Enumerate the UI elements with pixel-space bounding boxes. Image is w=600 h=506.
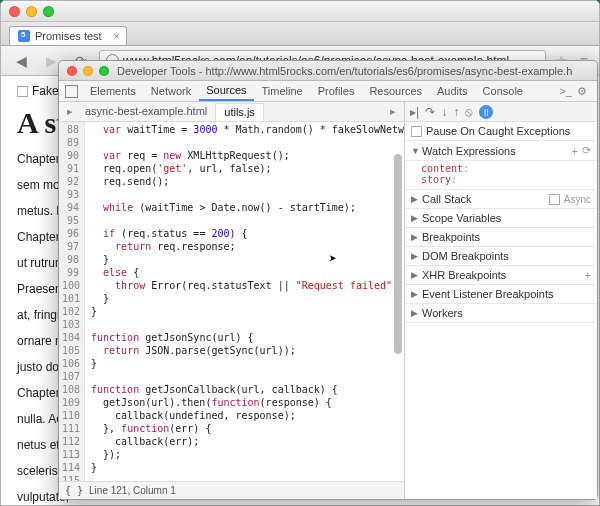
disclosure-triangle-icon[interactable]: ▶ <box>411 194 420 204</box>
watch-item[interactable]: story: <box>421 174 591 185</box>
code-text[interactable]: var waitTime = 3000 * Math.random() * fa… <box>85 122 404 481</box>
disclosure-triangle-icon[interactable]: ▶ <box>411 270 420 280</box>
watch-item[interactable]: content: <box>421 163 591 174</box>
section-label: Call Stack <box>422 193 549 205</box>
pretty-print-icon[interactable]: { } <box>65 485 83 496</box>
minimize-window-icon[interactable] <box>26 6 37 17</box>
tab-title: Promises test <box>35 30 102 42</box>
panel-tab-resources[interactable]: Resources <box>362 82 429 100</box>
panel-tab-elements[interactable]: Elements <box>83 82 143 100</box>
devtools-titlebar[interactable]: Developer Tools - http://www.html5rocks.… <box>59 61 597 81</box>
add-icon[interactable]: + <box>585 269 591 281</box>
step-into-icon[interactable]: ↓ <box>441 105 447 119</box>
browser-tab-strip: Promises test × <box>1 22 599 46</box>
panel-tab-timeline[interactable]: Timeline <box>255 82 310 100</box>
disclosure-triangle-icon[interactable]: ▶ <box>411 232 420 242</box>
section-label: Event Listener Breakpoints <box>422 288 591 300</box>
async-label: Async <box>564 194 591 205</box>
disclosure-triangle-icon[interactable]: ▼ <box>411 146 420 156</box>
watch-expressions-header[interactable]: ▼ Watch Expressions + ⟳ <box>405 141 597 161</box>
tab-close-icon[interactable]: × <box>113 30 119 42</box>
pause-resume-icon[interactable]: ▸| <box>410 105 419 119</box>
step-over-icon[interactable]: ↷ <box>425 105 435 119</box>
section-label: XHR Breakpoints <box>422 269 581 281</box>
file-tab[interactable]: utils.js <box>215 103 264 121</box>
inspect-icon[interactable] <box>65 85 78 98</box>
browser-titlebar[interactable] <box>1 1 599 22</box>
code-editor[interactable]: 8889909192939495969798991001011021031041… <box>59 122 404 481</box>
sidebar-section-dom breakpoints[interactable]: ▶DOM Breakpoints <box>405 247 597 266</box>
cursor-position: Line 121, Column 1 <box>89 485 176 496</box>
devtools-window: Developer Tools - http://www.html5rocks.… <box>58 60 598 500</box>
refresh-watch-icon[interactable]: ⟳ <box>582 144 591 157</box>
checkbox-icon[interactable] <box>411 126 422 137</box>
file-tabs: ▸ async-best-example.htmlutils.js ▸ <box>59 102 404 122</box>
zoom-window-icon[interactable] <box>43 6 54 17</box>
window-controls <box>67 66 109 76</box>
zoom-window-icon[interactable] <box>99 66 109 76</box>
disclosure-triangle-icon[interactable]: ▶ <box>411 289 420 299</box>
checkbox-icon[interactable] <box>17 86 28 97</box>
debugger-toolbar: ▸| ↷ ↓ ↑ ⦸ || <box>405 102 597 122</box>
sources-panel: ▸ async-best-example.htmlutils.js ▸ 8889… <box>59 102 405 499</box>
add-watch-icon[interactable]: + <box>572 145 578 157</box>
deactivate-breakpoints-icon[interactable]: ⦸ <box>465 105 473 119</box>
panel-tab-profiles[interactable]: Profiles <box>311 82 362 100</box>
devtools-panel-tabs: ElementsNetworkSourcesTimelineProfilesRe… <box>59 81 597 102</box>
panel-tab-network[interactable]: Network <box>144 82 198 100</box>
more-tabs-icon[interactable]: ▸ <box>390 105 396 118</box>
window-controls <box>9 6 54 17</box>
settings-gear-icon[interactable]: ⚙ <box>577 85 587 98</box>
file-tab[interactable]: async-best-example.html <box>77 103 215 121</box>
favicon-icon <box>18 30 30 42</box>
sidebar-section-workers[interactable]: ▶Workers <box>405 304 597 323</box>
disclosure-triangle-icon[interactable]: ▶ <box>411 308 420 318</box>
pause-on-caught-label: Pause On Caught Exceptions <box>426 125 591 137</box>
watch-expressions-body: content: story: <box>405 161 597 190</box>
back-button[interactable]: ◀ <box>9 50 33 72</box>
panel-tab-console[interactable]: Console <box>476 82 530 100</box>
sidebar-section-call stack[interactable]: ▶Call StackAsync <box>405 190 597 209</box>
minimize-window-icon[interactable] <box>83 66 93 76</box>
navigator-toggle-icon[interactable]: ▸ <box>67 105 73 118</box>
close-window-icon[interactable] <box>9 6 20 17</box>
section-label: Scope Variables <box>422 212 591 224</box>
sidebar-section-scope variables[interactable]: ▶Scope Variables <box>405 209 597 228</box>
checkbox-icon[interactable] <box>549 194 560 205</box>
sidebar-section-event listener breakpoints[interactable]: ▶Event Listener Breakpoints <box>405 285 597 304</box>
sidebar-section-xhr breakpoints[interactable]: ▶XHR Breakpoints+ <box>405 266 597 285</box>
step-out-icon[interactable]: ↑ <box>453 105 459 119</box>
vertical-scrollbar[interactable] <box>392 144 404 481</box>
pause-on-exceptions-icon[interactable]: || <box>479 105 493 119</box>
browser-tab[interactable]: Promises test × <box>9 26 127 45</box>
sidebar-section-breakpoints[interactable]: ▶Breakpoints <box>405 228 597 247</box>
close-window-icon[interactable] <box>67 66 77 76</box>
debugger-sidebar: ▸| ↷ ↓ ↑ ⦸ || Pause On Caught Exceptions… <box>405 102 597 499</box>
section-label: Breakpoints <box>422 231 591 243</box>
watch-label: Watch Expressions <box>422 145 568 157</box>
panel-tab-sources[interactable]: Sources <box>199 81 253 101</box>
scrollbar-thumb[interactable] <box>394 154 402 354</box>
editor-status-bar: { } Line 121, Column 1 <box>59 481 404 499</box>
disclosure-triangle-icon[interactable]: ▶ <box>411 213 420 223</box>
section-label: Workers <box>422 307 591 319</box>
line-gutter: 8889909192939495969798991001011021031041… <box>59 122 85 481</box>
pause-on-caught-row[interactable]: Pause On Caught Exceptions <box>405 122 597 141</box>
devtools-title: Developer Tools - http://www.html5rocks.… <box>117 65 572 77</box>
section-label: DOM Breakpoints <box>422 250 591 262</box>
disclosure-triangle-icon[interactable]: ▶ <box>411 251 420 261</box>
panel-tab-audits[interactable]: Audits <box>430 82 475 100</box>
drawer-toggle-icon[interactable]: >_ <box>559 85 572 97</box>
